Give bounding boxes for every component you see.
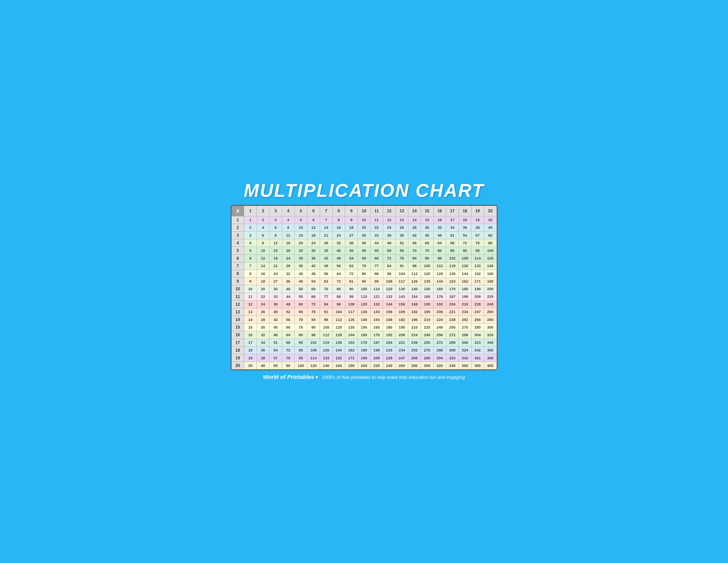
cell-2-11: 22	[370, 224, 383, 231]
cell-4-9: 36	[345, 239, 358, 247]
cell-5-6: 30	[307, 247, 320, 254]
multiplication-table: X 1 2 3 4 5 6 7 8 9 10 11 12 13 14 15 16	[231, 206, 497, 370]
cell-18-10: 180	[358, 347, 370, 354]
cell-15-6: 90	[307, 324, 320, 331]
footer: World of Printables ♥ 1000's of free pri…	[231, 374, 498, 381]
table-row-12: 1212243648607284961081201321441561681801…	[231, 301, 497, 308]
cell-10-3: 30	[269, 285, 282, 293]
cell-9-10: 90	[358, 277, 370, 285]
cell-11-12: 132	[383, 293, 396, 301]
cell-8-15: 120	[421, 270, 433, 277]
cell-16-2: 32	[257, 331, 269, 339]
cell-14-11: 154	[370, 316, 383, 324]
cell-17-11: 187	[370, 339, 383, 347]
cell-20-4: 80	[282, 362, 295, 370]
cell-4-13: 52	[396, 239, 408, 247]
cell-16-20: 320	[484, 331, 497, 339]
cell-14-18: 252	[459, 316, 471, 324]
cell-11-18: 198	[459, 293, 471, 301]
cell-20-1: 20	[244, 362, 257, 370]
cell-19-15: 285	[421, 354, 433, 362]
cell-12-14: 168	[408, 301, 421, 308]
cell-4-2: 8	[257, 239, 269, 247]
cell-6-18: 108	[459, 254, 471, 262]
cell-15-12: 180	[383, 324, 396, 331]
cell-8-9: 72	[345, 270, 358, 277]
cell-16-12: 192	[383, 331, 396, 339]
cell-14-8: 112	[332, 316, 345, 324]
cell-9-1: 9	[244, 277, 257, 285]
cell-12-1: 12	[244, 301, 257, 308]
cell-10-18: 180	[459, 285, 471, 293]
col-header-20: 20	[484, 206, 497, 216]
cell-19-5: 95	[295, 354, 307, 362]
col-header-1: 1	[244, 206, 257, 216]
cell-9-18: 162	[459, 277, 471, 285]
footer-brand: World of Printables	[263, 374, 314, 380]
cell-4-16: 64	[433, 239, 446, 247]
cell-12-13: 156	[396, 301, 408, 308]
col-header-18: 18	[459, 206, 471, 216]
cell-2-18: 36	[459, 224, 471, 231]
cell-13-12: 156	[383, 308, 396, 316]
cell-3-4: 12	[282, 231, 295, 239]
cell-20-16: 320	[433, 362, 446, 370]
cell-4-4: 16	[282, 239, 295, 247]
cell-11-3: 33	[269, 293, 282, 301]
cell-6-5: 30	[295, 254, 307, 262]
row-header-13: 13	[231, 308, 244, 316]
cell-6-4: 24	[282, 254, 295, 262]
cell-9-5: 45	[295, 277, 307, 285]
cell-18-17: 306	[446, 347, 459, 354]
cell-2-12: 24	[383, 224, 396, 231]
cell-20-6: 120	[307, 362, 320, 370]
cell-2-9: 18	[345, 224, 358, 231]
table-row-10: 1010203040506070809010011012013014015016…	[231, 285, 497, 293]
cell-11-2: 22	[257, 293, 269, 301]
cell-4-1: 4	[244, 239, 257, 247]
cell-8-2: 16	[257, 270, 269, 277]
cell-7-6: 42	[307, 262, 320, 270]
col-header-6: 6	[307, 206, 320, 216]
cell-13-1: 13	[244, 308, 257, 316]
cell-11-8: 88	[332, 293, 345, 301]
cell-1-5: 5	[295, 216, 307, 224]
table-row-3: 33691215182124273033363942454851545760	[231, 231, 497, 239]
cell-4-17: 68	[446, 239, 459, 247]
cell-10-10: 100	[358, 285, 370, 293]
cell-17-19: 323	[471, 339, 484, 347]
cell-18-8: 144	[332, 347, 345, 354]
cell-13-9: 117	[345, 308, 358, 316]
cell-2-8: 16	[332, 224, 345, 231]
cell-6-2: 12	[257, 254, 269, 262]
cell-7-4: 28	[282, 262, 295, 270]
cell-7-14: 98	[408, 262, 421, 270]
cell-10-6: 60	[307, 285, 320, 293]
row-header-14: 14	[231, 316, 244, 324]
cell-20-3: 60	[269, 362, 282, 370]
cell-9-4: 36	[282, 277, 295, 285]
row-header-3: 3	[231, 231, 244, 239]
cell-9-12: 108	[383, 277, 396, 285]
cell-17-2: 34	[257, 339, 269, 347]
cell-16-15: 240	[421, 331, 433, 339]
cell-15-7: 105	[320, 324, 332, 331]
cell-13-2: 26	[257, 308, 269, 316]
cell-1-18: 18	[459, 216, 471, 224]
cell-12-19: 228	[471, 301, 484, 308]
cell-5-9: 45	[345, 247, 358, 254]
cell-11-4: 44	[282, 293, 295, 301]
col-header-15: 15	[421, 206, 433, 216]
cell-19-18: 342	[459, 354, 471, 362]
cell-5-5: 25	[295, 247, 307, 254]
cell-5-1: 5	[244, 247, 257, 254]
cell-18-15: 270	[421, 347, 433, 354]
cell-15-15: 225	[421, 324, 433, 331]
cell-9-3: 27	[269, 277, 282, 285]
cell-13-8: 104	[332, 308, 345, 316]
cell-17-14: 238	[408, 339, 421, 347]
table-row-6: 6612182430364248546066727884909610210811…	[231, 254, 497, 262]
cell-3-10: 30	[358, 231, 370, 239]
cell-2-16: 32	[433, 224, 446, 231]
row-header-19: 19	[231, 354, 244, 362]
